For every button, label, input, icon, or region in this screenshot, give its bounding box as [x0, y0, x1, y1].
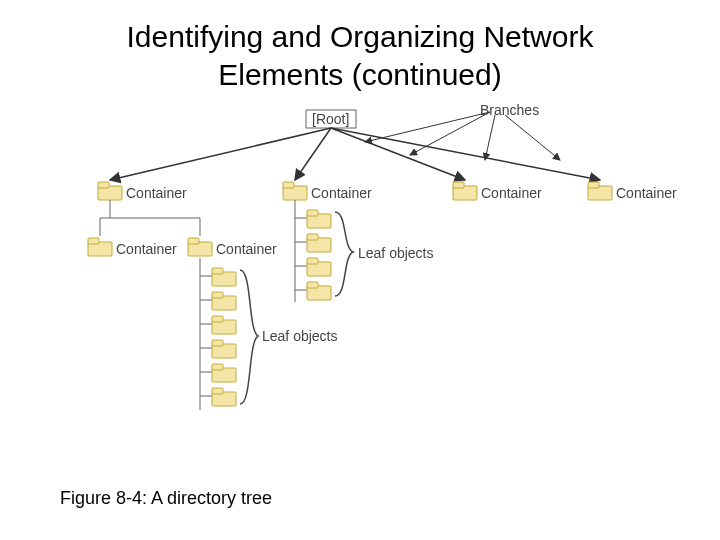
container-label: Container — [216, 241, 277, 257]
folder-icon — [88, 238, 112, 256]
container-label: Container — [311, 185, 372, 201]
folder-icon — [98, 182, 122, 200]
branch-line — [110, 128, 331, 180]
folder-icon — [453, 182, 477, 200]
container-label: Container — [481, 185, 542, 201]
container-label: Container — [116, 241, 177, 257]
branch-pointer — [505, 115, 560, 160]
leaf-group-b — [295, 210, 331, 300]
container-label: Container — [616, 185, 677, 201]
branch-pointer — [365, 112, 490, 142]
branch-pointer — [410, 112, 490, 155]
folder-icon — [588, 182, 612, 200]
leaf-objects-label: Leaf objects — [262, 328, 338, 344]
tree-connector — [110, 218, 200, 236]
brace — [335, 212, 353, 296]
branches-label: Branches — [480, 102, 539, 118]
tree-connector — [100, 200, 110, 236]
brace — [240, 270, 258, 404]
leaf-objects-label: Leaf objects — [358, 245, 434, 261]
branch-line — [331, 128, 600, 180]
folder-icon — [188, 238, 212, 256]
branch-pointer — [485, 115, 495, 160]
root-label: [Root] — [312, 111, 349, 127]
figure-caption: Figure 8-4: A directory tree — [60, 488, 272, 509]
directory-tree-diagram — [0, 0, 720, 540]
leaf-group-a — [200, 268, 236, 406]
folder-icon — [283, 182, 307, 200]
container-label: Container — [126, 185, 187, 201]
